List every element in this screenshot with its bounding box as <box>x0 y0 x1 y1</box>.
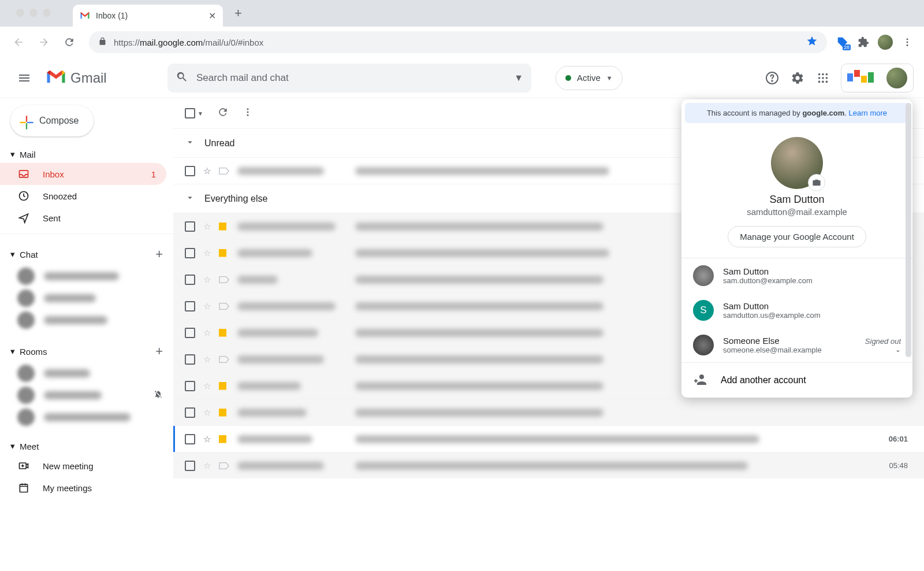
important-icon[interactable] <box>219 249 229 257</box>
section-rooms[interactable]: ▾Rooms+ <box>0 340 173 362</box>
chat-item[interactable] <box>0 265 173 287</box>
manage-account-button[interactable]: Manage your Google Account <box>728 226 866 247</box>
room-item[interactable] <box>0 362 173 384</box>
row-checkbox[interactable] <box>185 434 195 444</box>
back-button[interactable] <box>8 32 29 53</box>
extension-icon[interactable]: 28 <box>836 36 849 49</box>
label-icon[interactable] <box>219 302 229 310</box>
camera-icon[interactable] <box>808 174 825 191</box>
star-icon[interactable]: ☆ <box>203 221 211 232</box>
row-checkbox[interactable] <box>185 381 195 391</box>
svg-point-28 <box>247 114 248 116</box>
account-option[interactable]: S Sam Duttonsamdutton.us@example.com <box>681 293 912 328</box>
presence-status[interactable]: Active ▼ <box>556 66 623 90</box>
address-bar[interactable]: https://mail.google.com/mail/u/0/#inbox <box>89 31 827 53</box>
search-input[interactable] <box>196 72 506 84</box>
refresh-icon[interactable] <box>217 106 229 120</box>
extensions-menu-icon[interactable] <box>857 36 870 49</box>
section-chat[interactable]: ▾Chat+ <box>0 243 173 265</box>
star-icon[interactable]: ☆ <box>203 461 211 471</box>
compose-button[interactable]: Compose <box>10 105 94 136</box>
account-option[interactable]: Someone Elsesomeone.else@mail.example Si… <box>681 328 912 362</box>
account-option[interactable]: Sam Duttonsam.dutton@example.com <box>681 258 912 293</box>
popover-scrollbar[interactable] <box>906 103 911 357</box>
chevron-down-icon[interactable]: ⌄ <box>865 346 901 354</box>
inbox-icon <box>17 168 30 180</box>
star-icon[interactable]: ☆ <box>203 301 211 312</box>
star-icon[interactable]: ☆ <box>203 166 211 176</box>
star-icon[interactable]: ☆ <box>203 434 211 444</box>
label-icon[interactable] <box>219 276 229 284</box>
row-checkbox[interactable] <box>185 407 195 418</box>
label-icon[interactable] <box>219 167 229 175</box>
chat-item[interactable] <box>0 287 173 309</box>
nav-snoozed[interactable]: Snoozed <box>0 185 166 207</box>
row-checkbox[interactable] <box>185 248 195 258</box>
important-icon[interactable] <box>219 223 229 231</box>
important-icon[interactable] <box>219 329 229 337</box>
learn-more-link[interactable]: Learn more <box>849 109 887 117</box>
select-all-checkbox[interactable]: ▼ <box>185 108 203 118</box>
account-avatar[interactable] <box>886 68 907 88</box>
search-options-icon[interactable]: ▼ <box>514 73 523 83</box>
add-account-button[interactable]: Add another account <box>681 362 912 398</box>
row-checkbox[interactable] <box>185 166 195 176</box>
add-room-icon[interactable]: + <box>155 344 163 359</box>
star-icon[interactable]: ☆ <box>203 407 211 418</box>
close-tab-icon[interactable]: ✕ <box>208 10 216 21</box>
nav-my-meetings[interactable]: My meetings <box>0 477 166 499</box>
star-icon[interactable]: ☆ <box>203 248 211 258</box>
add-chat-icon[interactable]: + <box>155 247 163 262</box>
mute-icon <box>154 390 163 401</box>
apps-grid-icon[interactable] <box>815 71 830 86</box>
svg-point-7 <box>826 73 828 75</box>
reload-button[interactable] <box>59 32 80 53</box>
mail-row[interactable]: ☆ <box>173 399 924 425</box>
window-controls[interactable] <box>12 0 55 17</box>
main-menu-button[interactable] <box>10 64 38 92</box>
star-icon[interactable]: ☆ <box>203 328 211 338</box>
star-icon[interactable]: ☆ <box>203 381 211 391</box>
room-item[interactable] <box>0 384 173 406</box>
mail-row[interactable]: ☆06:01 <box>173 425 924 452</box>
row-checkbox[interactable] <box>185 354 195 365</box>
bookmark-star-icon[interactable] <box>806 35 818 49</box>
nav-inbox[interactable]: Inbox 1 <box>0 163 166 185</box>
support-icon[interactable] <box>765 71 780 86</box>
room-item[interactable] <box>0 406 173 428</box>
forward-button[interactable] <box>33 32 54 53</box>
app-header: Gmail ▼ Active ▼ <box>0 58 924 98</box>
org-logo-icon <box>847 70 878 86</box>
chat-item[interactable] <box>0 309 173 331</box>
settings-icon[interactable] <box>790 71 805 86</box>
row-checkbox[interactable] <box>185 221 195 232</box>
account-popover: This account is managed by google.com. L… <box>681 99 912 398</box>
star-icon[interactable]: ☆ <box>203 354 211 365</box>
browser-tab[interactable]: Inbox (1) ✕ <box>73 5 223 27</box>
svg-point-2 <box>907 45 908 46</box>
row-checkbox[interactable] <box>185 461 195 471</box>
send-icon <box>17 212 30 224</box>
chrome-profile-avatar[interactable] <box>878 35 893 50</box>
section-meet[interactable]: ▾Meet <box>0 437 173 455</box>
nav-new-meeting[interactable]: New meeting <box>0 455 166 477</box>
row-checkbox[interactable] <box>185 301 195 312</box>
important-icon[interactable] <box>219 409 229 417</box>
label-icon[interactable] <box>219 462 229 470</box>
search-box[interactable]: ▼ <box>167 64 531 92</box>
more-icon[interactable] <box>243 107 253 120</box>
org-switcher[interactable] <box>841 64 914 92</box>
important-icon[interactable] <box>219 435 229 443</box>
chrome-menu-icon[interactable] <box>901 36 914 49</box>
row-checkbox[interactable] <box>185 275 195 285</box>
mail-row[interactable]: ☆05:48 <box>173 452 924 479</box>
status-dot-icon <box>565 75 571 81</box>
row-checkbox[interactable] <box>185 328 195 338</box>
gmail-logo-icon <box>45 69 67 87</box>
new-tab-button[interactable]: + <box>229 2 248 24</box>
label-icon[interactable] <box>219 355 229 364</box>
section-mail[interactable]: ▾Mail <box>0 146 173 163</box>
star-icon[interactable]: ☆ <box>203 275 211 285</box>
nav-sent[interactable]: Sent <box>0 207 166 229</box>
important-icon[interactable] <box>219 382 229 390</box>
